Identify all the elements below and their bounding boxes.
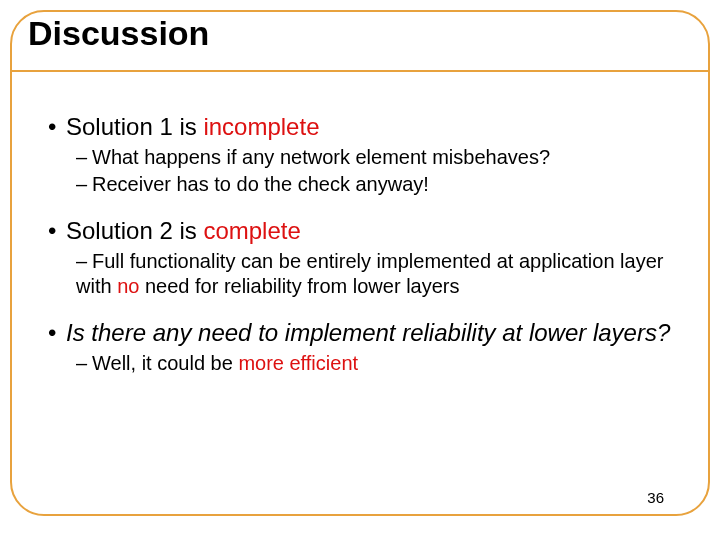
bullet-3: •Is there any need to implement reliabil… — [48, 318, 680, 347]
bullet-icon: • — [48, 112, 66, 141]
page-number: 36 — [647, 489, 664, 506]
slide-body: •Solution 1 is incomplete –What happens … — [48, 112, 680, 490]
bullet-2-sub-1-em: no — [117, 275, 139, 297]
bullet-1-sub-1: –What happens if any network element mis… — [76, 145, 680, 169]
spacer — [48, 198, 680, 216]
bullet-1-text-a: Solution 1 is — [66, 113, 203, 140]
bullet-1-sub-2-text: Receiver has to do the check anyway! — [92, 173, 429, 195]
slide: Discussion •Solution 1 is incomplete –Wh… — [0, 0, 720, 540]
bullet-2-sub-1: –Full functionality can be entirely impl… — [76, 249, 680, 298]
dash-icon: – — [76, 145, 92, 169]
bullet-2-sub-1-text-b: need for reliability from lower layers — [139, 275, 459, 297]
bullet-1: •Solution 1 is incomplete — [48, 112, 680, 141]
bullet-1-sub-1-text: What happens if any network element misb… — [92, 146, 550, 168]
bullet-1-em: incomplete — [203, 113, 319, 140]
spacer — [48, 300, 680, 318]
bullet-2: •Solution 2 is complete — [48, 216, 680, 245]
title-underline — [10, 70, 710, 72]
dash-icon: – — [76, 249, 92, 273]
bullet-2-text-a: Solution 2 is — [66, 217, 203, 244]
bullet-1-sub-2: –Receiver has to do the check anyway! — [76, 172, 680, 196]
bullet-3-sub-1-em: more efficient — [238, 352, 358, 374]
bullet-2-em: complete — [203, 217, 300, 244]
dash-icon: – — [76, 351, 92, 375]
bullet-icon: • — [48, 216, 66, 245]
bullet-icon: • — [48, 318, 66, 347]
dash-icon: – — [76, 172, 92, 196]
bullet-3-sub-1: –Well, it could be more efficient — [76, 351, 680, 375]
bullet-3-text: Is there any need to implement reliabili… — [66, 319, 670, 346]
title-area: Discussion — [10, 10, 710, 80]
bullet-3-sub-1-text-a: Well, it could be — [92, 352, 238, 374]
slide-title: Discussion — [28, 14, 209, 53]
